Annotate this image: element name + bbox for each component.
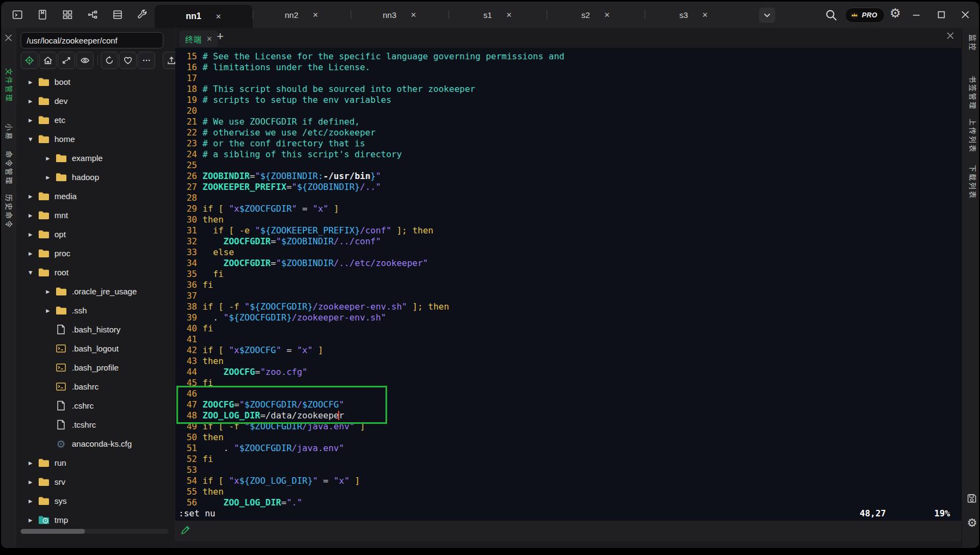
tab-close-icon[interactable]: ✕ — [604, 11, 610, 19]
tree-item-home[interactable]: ▼home — [16, 130, 175, 149]
more-button[interactable] — [138, 52, 155, 69]
tree-item-sys[interactable]: ▶sys — [16, 491, 175, 510]
tree-item-example[interactable]: ▶example — [16, 149, 175, 168]
chevron-right-icon[interactable]: ▶ — [26, 213, 35, 218]
tools-button[interactable] — [136, 8, 149, 21]
tree-item-.cshrc[interactable]: .cshrc — [16, 396, 175, 415]
session-tab-s3[interactable]: s3✕ — [645, 2, 743, 28]
right-rail-item-4[interactable]: 下载列表 — [968, 165, 978, 200]
chevron-right-icon[interactable]: ▶ — [44, 289, 52, 294]
tree-item-label: .ssh — [72, 306, 87, 315]
search-button[interactable] — [824, 8, 838, 22]
servers-button[interactable] — [111, 8, 124, 21]
panel-close-icon[interactable] — [5, 34, 12, 41]
tree-item-anaconda-ks.cfg[interactable]: ⚙anaconda-ks.cfg — [16, 434, 175, 453]
locate-button[interactable] — [21, 52, 38, 69]
tree-item-.bash_history[interactable]: .bash_history — [16, 320, 175, 339]
terminal-line-43: 43then — [179, 356, 961, 367]
tree-item-opt[interactable]: ▶opt — [16, 225, 175, 244]
heart-button[interactable] — [119, 52, 137, 69]
session-tab-nn3[interactable]: nn3✕ — [351, 2, 449, 28]
session-tab-s1[interactable]: s1✕ — [449, 2, 547, 28]
terminal-tab[interactable]: 终端 ✕ — [180, 30, 218, 47]
edit-pencil-icon[interactable] — [181, 525, 191, 535]
tab-close-icon[interactable]: ✕ — [506, 11, 512, 19]
chevron-right-icon[interactable]: ▶ — [44, 156, 52, 161]
chevron-down-icon[interactable]: ▼ — [26, 270, 35, 275]
left-rail-item-2[interactable]: 小易 — [4, 124, 15, 141]
left-rail-item-1[interactable]: 文件管理 — [4, 68, 15, 103]
tree-item-.bashrc[interactable]: .bashrc — [16, 377, 175, 396]
session-tab-nn1[interactable]: nn1✕ — [155, 5, 253, 28]
terminal-line-45: 45fi — [179, 378, 961, 388]
chevron-right-icon[interactable]: ▶ — [26, 251, 35, 256]
settings-gear-icon[interactable]: ⚙ — [890, 6, 901, 20]
eye-button[interactable] — [76, 52, 94, 69]
session-tab-s2[interactable]: s2✕ — [547, 2, 645, 28]
window-close-button[interactable] — [958, 8, 972, 21]
chevron-right-icon[interactable]: ▶ — [26, 460, 35, 466]
tree-item-.bash_profile[interactable]: .bash_profile — [16, 358, 175, 377]
tree-item-srv[interactable]: ▶srv — [16, 472, 175, 491]
tree-item-.tcshrc[interactable]: .tcshrc — [16, 415, 175, 434]
tab-close-icon[interactable]: ✕ — [216, 13, 222, 21]
terminal-panel-close-icon[interactable] — [947, 32, 954, 39]
chevron-down-icon[interactable]: ▼ — [26, 137, 35, 142]
tree-item-dev[interactable]: ▶dev — [16, 91, 175, 110]
chevron-right-icon[interactable]: ▶ — [26, 479, 35, 485]
new-terminal-tab-button[interactable]: + — [217, 29, 224, 44]
tree-item-.ssh[interactable]: ▶.ssh — [16, 301, 175, 320]
terminal-tab-close-icon[interactable]: ✕ — [206, 35, 212, 43]
tree-item-label: .bash_logout — [72, 344, 119, 353]
tab-close-icon[interactable]: ✕ — [411, 11, 416, 19]
pro-badge[interactable]: PRO — [845, 8, 885, 23]
right-rail-item-2[interactable]: 书签管理 — [968, 76, 978, 110]
maximize-button[interactable] — [934, 8, 948, 21]
tree-item-etc[interactable]: ▶etc — [16, 110, 175, 130]
session-tab-nn2[interactable]: nn2✕ — [253, 2, 351, 28]
tab-list-dropdown-button[interactable] — [759, 8, 775, 23]
tree-item-.bash_logout[interactable]: .bash_logout — [16, 339, 175, 358]
chevron-right-icon[interactable]: ▶ — [26, 118, 35, 123]
left-rail-item-4[interactable]: 历史命令 — [4, 194, 15, 229]
chevron-right-icon[interactable]: ▶ — [26, 498, 35, 504]
layout-button[interactable] — [61, 8, 74, 21]
tree-item-media[interactable]: ▶media — [16, 187, 175, 206]
tab-close-icon[interactable]: ✕ — [313, 11, 318, 19]
tree-item-tmp[interactable]: ▶tmp — [16, 510, 175, 529]
chevron-right-icon[interactable]: ▶ — [26, 232, 35, 237]
save-session-button[interactable] — [967, 494, 977, 503]
chevron-right-icon[interactable]: ▶ — [26, 194, 35, 199]
terminal-line-33: 33 else — [179, 247, 961, 258]
tree-item-hadoop[interactable]: ▶hadoop — [16, 168, 175, 187]
tree-item-proc[interactable]: ▶proc — [16, 244, 175, 263]
minimize-button[interactable] — [909, 8, 923, 21]
right-rail-item-1[interactable]: 监控 — [968, 34, 978, 52]
tree-item-mnt[interactable]: ▶mnt — [16, 206, 175, 225]
resize-arrows-button[interactable] — [58, 52, 75, 69]
tree-item-.oracle_jre_usage[interactable]: ▶.oracle_jre_usage — [16, 282, 175, 301]
tree-item-run[interactable]: ▶run — [16, 453, 175, 472]
new-terminal-button[interactable] — [11, 8, 24, 21]
terminal-line-46: 46 — [179, 388, 961, 399]
connections-button[interactable] — [86, 8, 99, 21]
chevron-right-icon[interactable]: ▶ — [44, 308, 52, 313]
scrollbar-thumb[interactable] — [21, 529, 85, 534]
tree-item-boot[interactable]: ▶boot — [16, 72, 175, 91]
bookmark-button[interactable] — [36, 8, 49, 21]
chevron-right-icon[interactable]: ▶ — [26, 517, 35, 523]
right-rail-item-3[interactable]: 上传列表 — [968, 119, 978, 153]
chevron-right-icon[interactable]: ▶ — [26, 79, 35, 85]
path-input[interactable]: /usr/local/zookeeper/conf — [21, 32, 163, 48]
left-rail-item-3[interactable]: 命令管理 — [4, 151, 15, 186]
rail-settings-gear-icon[interactable]: ⚙ — [967, 516, 977, 529]
terminal-line-27: 27ZOOKEEPER_PREFIX="${ZOOBINDIR}/.." — [179, 182, 961, 193]
tab-close-icon[interactable]: ✕ — [702, 11, 708, 19]
home-button[interactable] — [39, 52, 57, 69]
chevron-right-icon[interactable]: ▶ — [44, 175, 52, 180]
tree-item-root[interactable]: ▼root — [16, 263, 175, 282]
terminal-screen[interactable]: 15# See the License for the specific lan… — [175, 48, 961, 520]
new-terminal-icon — [12, 9, 23, 20]
refresh-button[interactable] — [101, 52, 118, 69]
chevron-right-icon[interactable]: ▶ — [26, 98, 35, 104]
